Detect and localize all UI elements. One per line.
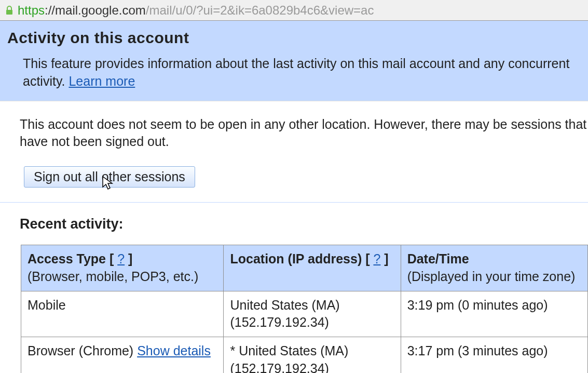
location-ip: (152.179.192.34) (230, 361, 329, 373)
padlock-icon (4, 5, 15, 16)
datetime-value: 3:19 pm (0 minutes ago) (407, 298, 548, 312)
col-access-type: Access Type [ ? ] (Browser, mobile, POP3… (21, 245, 224, 291)
col-location: Location (IP address) [ ? ] (224, 245, 401, 291)
signout-row: Sign out all other sessions (0, 166, 588, 203)
sign-out-all-button[interactable]: Sign out all other sessions (24, 166, 195, 188)
table-row: Mobile United States (MA) (152.179.192.3… (21, 291, 588, 337)
url-scheme: https (18, 3, 45, 17)
cell-access: Browser (Chrome) Show details (21, 337, 224, 374)
table-row: Browser (Chrome) Show details * United S… (21, 337, 588, 374)
location-country: * United States (MA) (230, 343, 348, 358)
help-location: [ ? ] (365, 251, 388, 266)
col-datetime-sub: (Displayed in your time zone) (407, 269, 576, 284)
cell-datetime: 3:17 pm (3 minutes ago) (401, 337, 587, 374)
access-type-value: Mobile (28, 298, 66, 312)
col-location-label: Location (IP address) (230, 251, 362, 266)
main-content: This account does not seem to be open in… (0, 101, 588, 374)
help-link[interactable]: ? (373, 251, 380, 266)
url-text: https://mail.google.com/mail/u/0/?ui=2&i… (18, 3, 374, 18)
activity-banner: Activity on this account This feature pr… (0, 21, 588, 101)
browser-url-bar: https://mail.google.com/mail/u/0/?ui=2&i… (0, 0, 588, 21)
help-link[interactable]: ? (117, 251, 125, 266)
activity-table: Access Type [ ? ] (Browser, mobile, POP3… (21, 245, 588, 373)
svg-rect-0 (6, 10, 12, 15)
url-path: /mail/u/0/?ui=2&ik=6a0829b4c6&view=ac (146, 3, 374, 17)
page-title: Activity on this account (7, 29, 581, 47)
col-access-type-label: Access Type (28, 251, 106, 266)
col-datetime-label: Date/Time (407, 251, 469, 266)
help-access-type: [ ? ] (110, 251, 132, 266)
access-type-value: Browser (Chrome) (28, 343, 137, 358)
cell-access: Mobile (21, 291, 224, 337)
banner-description: This feature provides information about … (23, 55, 581, 90)
col-datetime: Date/Time (Displayed in your time zone) (401, 245, 587, 291)
show-details-link[interactable]: Show details (137, 343, 211, 358)
location-ip: (152.179.192.34) (230, 315, 329, 329)
cell-location: * United States (MA) (152.179.192.34) (224, 337, 401, 374)
concurrent-session-text: This account does not seem to be open in… (20, 116, 588, 151)
learn-more-link[interactable]: Learn more (69, 74, 135, 88)
col-access-type-sub: (Browser, mobile, POP3, etc.) (28, 269, 198, 284)
datetime-value: 3:17 pm (3 minutes ago) (407, 343, 548, 358)
url-domain: ://mail.google.com (45, 3, 146, 17)
table-header-row: Access Type [ ? ] (Browser, mobile, POP3… (21, 245, 588, 291)
cell-location: United States (MA) (152.179.192.34) (224, 291, 401, 337)
cell-datetime: 3:19 pm (0 minutes ago) (401, 291, 587, 337)
location-country: United States (MA) (230, 298, 339, 312)
recent-activity-label: Recent activity: (20, 216, 588, 232)
